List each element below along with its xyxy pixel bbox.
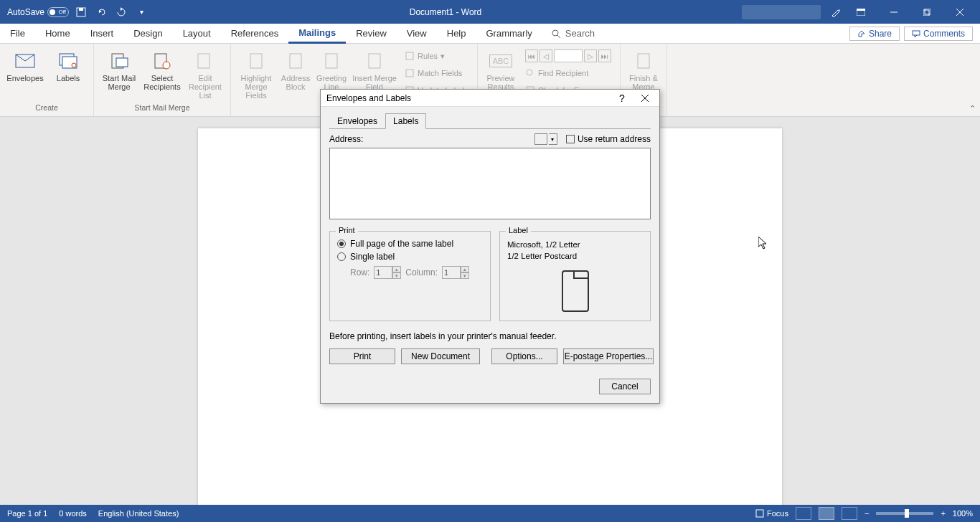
menu-references[interactable]: References xyxy=(221,24,288,44)
qat-customize-icon[interactable]: ▾ xyxy=(133,4,149,20)
finish-icon xyxy=(632,49,655,72)
menu-review[interactable]: Review xyxy=(346,24,397,44)
match-fields-button: Match Fields xyxy=(405,65,468,81)
last-record-icon: ⏭ xyxy=(598,49,611,62)
highlight-icon xyxy=(245,49,268,72)
find-recipient-button: Find Recipient xyxy=(525,65,611,81)
prev-record-icon: ◁ xyxy=(540,49,552,62)
dialog-help-button[interactable]: ? xyxy=(613,91,631,105)
print-button[interactable]: Print xyxy=(329,348,395,364)
rules-button: Rules ▾ xyxy=(405,48,468,64)
svg-rect-23 xyxy=(326,54,337,68)
focus-mode[interactable]: Focus xyxy=(755,509,788,518)
svg-line-10 xyxy=(557,35,560,38)
radio-single-label[interactable] xyxy=(337,252,346,261)
edit-recipient-list-button: Edit Recipient List xyxy=(184,47,226,103)
select-recipients-button[interactable]: Select Recipients xyxy=(141,47,183,103)
radio-full-page[interactable] xyxy=(337,239,346,248)
close-icon xyxy=(641,95,649,102)
language-indicator[interactable]: English (United States) xyxy=(98,509,179,518)
zoom-level[interactable]: 100% xyxy=(953,509,973,518)
col-up: ▴ xyxy=(461,266,469,272)
printer-note: Before printing, insert labels in your p… xyxy=(329,331,651,341)
print-layout-icon[interactable] xyxy=(819,507,834,520)
search-box[interactable]: Search xyxy=(542,28,603,39)
web-layout-icon[interactable] xyxy=(842,507,857,520)
svg-point-28 xyxy=(527,70,532,75)
zoom-slider[interactable] xyxy=(876,512,933,515)
group-start-label: Start Mail Merge xyxy=(98,103,226,116)
svg-rect-14 xyxy=(62,57,77,68)
autosave-toggle[interactable]: AutoSave Off xyxy=(7,7,69,17)
coming-soon-icon[interactable] xyxy=(828,4,844,20)
menu-view[interactable]: View xyxy=(397,24,437,44)
document-title: Document1 - Word xyxy=(149,7,742,17)
use-return-label: Use return address xyxy=(578,134,651,144)
cancel-button[interactable]: Cancel xyxy=(599,379,651,394)
close-button[interactable] xyxy=(944,0,976,24)
labels-button[interactable]: Labels xyxy=(47,47,89,103)
word-count[interactable]: 0 words xyxy=(59,509,87,518)
epostage-button[interactable]: E-postage Properties... xyxy=(563,348,654,364)
col-spinbox: ▴▾ xyxy=(442,266,469,279)
first-record-icon: ⏮ xyxy=(525,49,538,62)
use-return-checkbox[interactable] xyxy=(566,135,575,143)
menu-layout[interactable]: Layout xyxy=(173,24,221,44)
print-fieldset: Print Full page of the same label Single… xyxy=(329,231,491,321)
minimize-button[interactable] xyxy=(878,0,910,24)
share-icon xyxy=(857,29,866,38)
record-number-input xyxy=(554,49,583,62)
mail-merge-icon xyxy=(108,49,131,72)
menu-design[interactable]: Design xyxy=(123,24,172,44)
labels-icon xyxy=(57,49,80,72)
save-icon[interactable] xyxy=(73,4,89,20)
recipients-icon xyxy=(151,49,174,72)
zoom-out-button[interactable]: − xyxy=(864,509,869,518)
dialog-close-button[interactable] xyxy=(636,91,654,105)
status-bar: Page 1 of 1 0 words English (United Stat… xyxy=(0,505,980,522)
collapse-ribbon-icon[interactable]: ⌃ xyxy=(969,104,976,113)
menu-home[interactable]: Home xyxy=(35,24,80,44)
page-indicator[interactable]: Page 1 of 1 xyxy=(7,509,47,518)
svg-rect-26 xyxy=(406,70,413,77)
record-nav: ⏮ ◁ ▷ ⏭ xyxy=(525,48,611,64)
address-book-dropdown[interactable]: ▾ xyxy=(549,133,557,145)
svg-rect-30 xyxy=(638,54,649,68)
options-button[interactable]: Options... xyxy=(491,348,557,364)
menu-grammarly[interactable]: Grammarly xyxy=(476,24,542,44)
ribbon-display-icon[interactable] xyxy=(845,0,877,24)
menu-insert[interactable]: Insert xyxy=(80,24,124,44)
svg-point-9 xyxy=(552,30,558,36)
read-mode-icon[interactable] xyxy=(796,507,811,520)
autosave-switch[interactable]: Off xyxy=(47,7,69,17)
tab-envelopes[interactable]: Envelopes xyxy=(329,113,385,129)
label-preview-icon xyxy=(562,270,589,312)
col-label: Column: xyxy=(405,267,438,277)
comments-button[interactable]: Comments xyxy=(904,27,973,41)
label-fieldset[interactable]: Label Microsoft, 1/2 Letter 1/2 Letter P… xyxy=(499,231,651,321)
redo-icon[interactable] xyxy=(113,4,129,20)
address-textarea[interactable] xyxy=(329,148,651,219)
envelopes-button[interactable]: Envelopes xyxy=(4,47,46,103)
insert-merge-icon xyxy=(363,49,386,72)
zoom-in-button[interactable]: + xyxy=(941,509,945,518)
group-create-label: Create xyxy=(4,103,89,116)
undo-icon[interactable] xyxy=(93,4,109,20)
menu-mailings[interactable]: Mailings xyxy=(288,24,346,44)
restore-button[interactable] xyxy=(911,0,943,24)
svg-rect-6 xyxy=(925,9,930,14)
search-icon xyxy=(551,29,561,39)
user-account[interactable] xyxy=(742,5,821,19)
start-mail-merge-button[interactable]: Start Mail Merge xyxy=(98,47,140,103)
menu-file[interactable]: File xyxy=(0,24,35,44)
new-document-button[interactable]: New Document xyxy=(401,348,480,364)
menu-help[interactable]: Help xyxy=(437,24,476,44)
label-line2: 1/2 Letter Postcard xyxy=(507,250,643,262)
dialog-titlebar[interactable]: Envelopes and Labels ? xyxy=(321,90,659,107)
tab-labels[interactable]: Labels xyxy=(385,113,426,129)
row-input xyxy=(374,266,392,279)
row-up: ▴ xyxy=(392,266,401,272)
address-book-icon[interactable] xyxy=(534,133,547,145)
svg-rect-20 xyxy=(198,54,209,68)
share-button[interactable]: Share xyxy=(849,27,900,41)
